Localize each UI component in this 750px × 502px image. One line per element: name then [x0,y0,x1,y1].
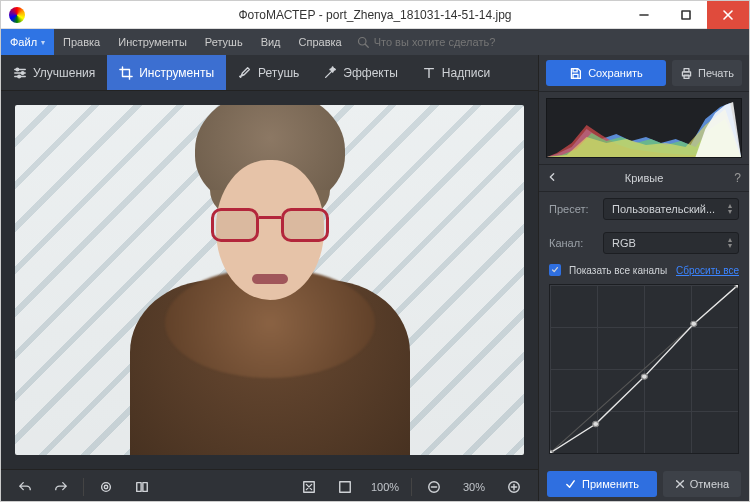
svg-rect-24 [573,74,578,78]
svg-point-11 [18,75,21,78]
fit-screen-button[interactable] [295,475,323,499]
tab-text-label: Надписи [442,66,490,80]
check-icon [565,479,576,490]
menu-file-label: Файл [10,36,37,48]
updown-icon: ▴▾ [728,203,732,215]
app-logo [9,7,25,23]
help-search-input[interactable] [374,36,534,48]
svg-rect-17 [340,481,351,492]
back-button[interactable] [547,172,557,184]
apply-label: Применить [582,478,639,490]
panel-header: Кривые ? [539,164,749,192]
undo-button[interactable] [11,475,39,499]
channel-select[interactable]: RGB ▴▾ [603,232,739,254]
svg-point-9 [16,68,19,71]
tab-enhance[interactable]: Улучшения [1,55,107,90]
cancel-label: Отмена [690,478,729,490]
show-all-label: Показать все каналы [569,265,667,276]
show-all-checkbox[interactable] [549,264,561,276]
tab-effects[interactable]: Эффекты [311,55,410,90]
search-icon [357,36,369,48]
preset-label: Пресет: [549,203,595,215]
tab-retouch[interactable]: Ретушь [226,55,311,90]
svg-line-5 [365,44,368,47]
tab-tools[interactable]: Инструменты [107,55,226,90]
tab-enhance-label: Улучшения [33,66,95,80]
zoom-100-label: 100% [367,481,403,493]
reset-link[interactable]: Сбросить все [676,265,739,276]
print-button[interactable]: Печать [672,60,742,86]
photo-preview [15,105,524,455]
help-button[interactable]: ? [734,171,741,185]
svg-rect-27 [684,75,689,78]
sliders-icon [13,66,27,80]
svg-rect-1 [682,11,690,19]
zoom-in-button[interactable] [500,475,528,499]
actual-size-button[interactable] [331,475,359,499]
histogram [546,98,742,158]
apply-button[interactable]: Применить [547,471,657,497]
maximize-button[interactable] [665,1,707,29]
svg-point-35 [593,421,599,426]
tab-tools-label: Инструменты [139,66,214,80]
zoom-current-label: 30% [456,481,492,493]
menu-help[interactable]: Справка [290,29,351,55]
svg-point-12 [102,482,111,491]
channel-value: RGB [612,237,636,249]
menu-retouch[interactable]: Ретушь [196,29,252,55]
image-canvas[interactable] [1,91,538,469]
svg-point-37 [691,321,697,326]
tab-retouch-label: Ретушь [258,66,299,80]
compare-button[interactable] [92,475,120,499]
svg-point-10 [21,71,24,74]
svg-point-13 [104,485,108,489]
tab-text[interactable]: Надписи [410,55,502,90]
menu-file[interactable]: Файл▾ [1,29,54,55]
help-search[interactable] [357,29,534,55]
text-icon [422,66,436,80]
updown-icon: ▴▾ [728,237,732,249]
close-button[interactable] [707,1,749,29]
before-after-button[interactable] [128,475,156,499]
preset-value: Пользовательский... [612,203,715,215]
menu-bar: Файл▾ Правка Инструменты Ретушь Вид Спра… [1,29,749,55]
menu-view[interactable]: Вид [252,29,290,55]
menu-edit[interactable]: Правка [54,29,109,55]
wand-icon [323,66,337,80]
cancel-button[interactable]: Отмена [663,471,741,497]
svg-rect-15 [143,482,147,491]
preset-select[interactable]: Пользовательский... ▴▾ [603,198,739,220]
status-bar: 100% 30% [1,469,538,502]
tool-tabbar: Улучшения Инструменты Ретушь Эффекты Над… [1,55,538,91]
save-button[interactable]: Сохранить [546,60,666,86]
save-label: Сохранить [588,67,643,79]
crop-icon [119,66,133,80]
x-icon [675,479,685,489]
panel-title: Кривые [625,172,664,184]
zoom-out-button[interactable] [420,475,448,499]
curves-editor[interactable] [549,284,739,454]
minimize-button[interactable] [623,1,665,29]
print-label: Печать [698,67,734,79]
svg-rect-23 [573,68,577,71]
brush-icon [238,66,252,80]
svg-rect-14 [137,482,141,491]
menu-tools[interactable]: Инструменты [109,29,196,55]
window-titlebar: ФотоМАСТЕР - port_Zhenya_181031-14-51-14… [1,1,749,29]
svg-point-36 [641,374,647,379]
chevron-down-icon: ▾ [41,38,45,47]
save-icon [569,67,582,80]
print-icon [680,67,693,80]
redo-button[interactable] [47,475,75,499]
svg-rect-26 [684,68,689,71]
channel-label: Канал: [549,237,595,249]
tab-effects-label: Эффекты [343,66,398,80]
